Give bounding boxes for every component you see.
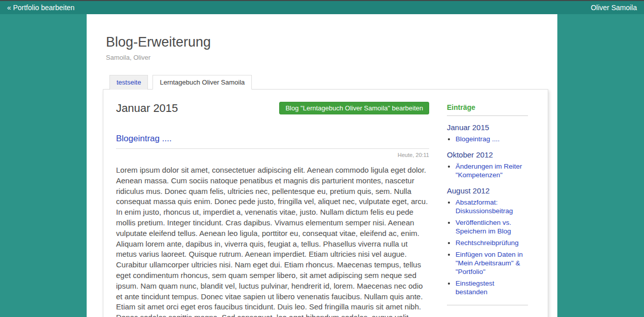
- sidebar-month-heading: Oktober 2012: [447, 150, 528, 159]
- sidebar-month-heading: August 2012: [447, 186, 528, 195]
- entry-body-text: Lorem ipsum dolor sit amet, consectetuer…: [116, 165, 429, 317]
- page-container: Blog-Erweiterung Samoila, Oliver testsei…: [87, 14, 557, 317]
- page-author: Samoila, Oliver: [87, 50, 557, 61]
- sidebar-entry-link[interactable]: Änderungen im Reiter "Kompetenzen": [456, 163, 522, 179]
- sidebar-entry-list: Absatzformat: Diskussionsbeitrag Veröffe…: [447, 198, 528, 296]
- list-item: Absatzformat: Diskussionsbeitrag: [456, 198, 528, 215]
- sidebar-group-august-2012: August 2012 Absatzformat: Diskussionsbei…: [447, 186, 528, 296]
- sidebar-entry-link[interactable]: Einfügen von Daten in "Mein Arbeitsraum"…: [456, 251, 523, 275]
- blog-main-column: Januar 2015 Blog "Lerntagebuch Oliver Sa…: [116, 102, 429, 317]
- sidebar-entry-link[interactable]: Veröffentlichen vs. Speichern im Blog: [456, 219, 511, 235]
- blog-header-row: Januar 2015 Blog "Lerntagebuch Oliver Sa…: [116, 102, 429, 115]
- blog-entry-title-link[interactable]: Blogeintrag ....: [116, 134, 172, 143]
- sidebar-group-oktober-2012: Oktober 2012 Änderungen im Reiter "Kompe…: [447, 150, 528, 179]
- sidebar-title: Einträge: [447, 103, 528, 116]
- page-title: Blog-Erweiterung: [87, 14, 557, 50]
- sidebar-entry-list: Blogeintrag ....: [447, 135, 528, 143]
- tab-bar: testseite Lerntagebuch Oliver Samoila: [109, 75, 557, 90]
- list-item: Veröffentlichen vs. Speichern im Blog: [456, 218, 528, 235]
- tab-content-panel: Januar 2015 Blog "Lerntagebuch Oliver Sa…: [103, 89, 548, 317]
- sidebar-entry-link[interactable]: Blogeintrag ....: [456, 135, 500, 143]
- blog-entry-title: Blogeintrag ....: [116, 134, 429, 144]
- sidebar-entry-list: Änderungen im Reiter "Kompetenzen": [447, 162, 528, 179]
- list-item: Rechtschreibprüfung: [456, 239, 528, 247]
- sidebar-entry-link[interactable]: Einstiegstest bestanden: [456, 280, 495, 296]
- logged-in-user-link[interactable]: Oliver Samoila: [591, 4, 637, 12]
- top-navigation-bar: « Portfolio bearbeiten Oliver Samoila: [0, 0, 644, 14]
- sidebar-end-divider: [447, 305, 528, 305]
- edit-blog-button[interactable]: Blog "Lerntagebuch Oliver Samoila" bearb…: [279, 102, 429, 114]
- list-item: Einfügen von Daten in "Mein Arbeitsraum"…: [456, 250, 528, 276]
- portfolio-back-link[interactable]: « Portfolio bearbeiten: [7, 4, 74, 12]
- month-heading: Januar 2015: [116, 102, 178, 115]
- sidebar-group-januar-2015: Januar 2015 Blogeintrag ....: [447, 123, 528, 143]
- list-item: Blogeintrag ....: [456, 135, 528, 143]
- tab-testseite[interactable]: testseite: [109, 75, 148, 90]
- entry-divider: [116, 148, 429, 149]
- sidebar-entry-link[interactable]: Absatzformat: Diskussionsbeitrag: [456, 199, 513, 215]
- tab-lerntagebuch[interactable]: Lerntagebuch Oliver Samoila: [153, 75, 252, 90]
- list-item: Änderungen im Reiter "Kompetenzen": [456, 162, 528, 179]
- entry-timestamp: Heute, 20:11: [116, 152, 429, 158]
- entries-sidebar: Einträge Januar 2015 Blogeintrag .... Ok…: [447, 102, 528, 305]
- sidebar-month-heading: Januar 2015: [447, 123, 528, 132]
- list-item: Einstiegstest bestanden: [456, 279, 528, 296]
- sidebar-entry-link[interactable]: Rechtschreibprüfung: [456, 239, 519, 247]
